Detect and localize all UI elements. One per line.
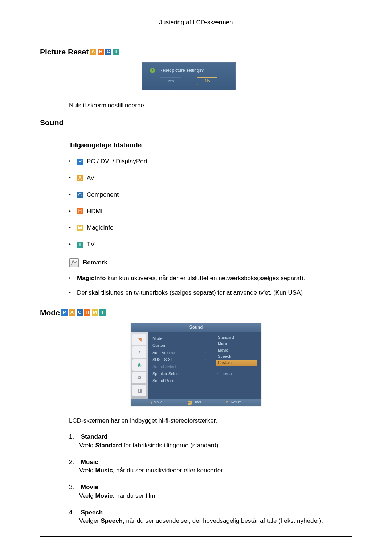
mode-label: AV	[87, 174, 94, 182]
badge-p-icon: P	[77, 159, 83, 165]
tab-input-icon[interactable]: ▥	[132, 385, 146, 396]
menu-body: ◥ ♪ ◉ ✿ ▥ Mode: Custom Auto Volume: SRS …	[131, 332, 261, 399]
badge-c-icon: C	[105, 49, 111, 55]
footer-return: ↻Return	[226, 400, 241, 405]
menu-main: Mode: Custom Auto Volume: SRS TS XT: Sou…	[148, 332, 261, 399]
menu-tabs: ◥ ♪ ◉ ✿ ▥	[131, 332, 148, 399]
footer-divider	[40, 536, 352, 537]
list-item: •M MagicInfo	[69, 223, 352, 232]
badge-m-icon: M	[77, 225, 83, 231]
section-picture-reset: Picture Reset A H C T	[40, 46, 352, 57]
option-desc: Vælg Standard for fabriksindstillingerne…	[79, 441, 352, 450]
menu-item-label: Sound Reset	[152, 378, 196, 383]
badge-a-icon: A	[90, 49, 96, 55]
tab-settings-icon[interactable]: ✿	[132, 372, 146, 383]
info-icon: i	[150, 68, 155, 73]
footer-return-label: Return	[230, 400, 241, 405]
option-title: Speech	[81, 509, 103, 516]
menu-footer: ♦Move ↵Enter ↻Return	[131, 399, 261, 406]
list-item: •C Component	[69, 190, 352, 199]
sound-menu-container: Sound ◥ ♪ ◉ ✿ ▥ Mode: Custom Auto Volume…	[131, 323, 352, 406]
reset-dialog-container: i Reset picture settings? Yes No	[142, 62, 352, 90]
note-icon	[69, 258, 79, 267]
list-item: Speech Vælger Speech, når du ser udsende…	[69, 508, 352, 526]
option-title: Music	[81, 459, 98, 465]
note-text: Der skal tilsluttes en tv-tunerboks (sæl…	[77, 288, 303, 297]
mode-options-list: Standard Vælg Standard for fabriksindsti…	[69, 432, 352, 525]
page-header: Justering af LCD-skærmen	[40, 18, 352, 30]
menu-item-label: Custom	[152, 343, 196, 348]
available-modes-title: Tilgængelige tilstande	[69, 140, 352, 150]
tab-sound-icon[interactable]: ♪	[132, 346, 146, 358]
footer-move: ♦Move	[151, 400, 163, 405]
dialog-question: i Reset picture settings?	[159, 67, 229, 74]
arrow-icon: ♦	[151, 400, 153, 405]
note-header: Bemærk	[69, 258, 352, 267]
sound-title: Sound	[40, 117, 64, 128]
enter-icon: ↵	[188, 401, 192, 405]
picture-reset-desc: Nulstil skærmindstillingerne.	[69, 101, 352, 110]
return-icon: ↻	[226, 400, 229, 405]
reset-dialog: i Reset picture settings? Yes No	[142, 62, 236, 90]
mode-title: Mode	[40, 307, 60, 318]
badge-m-icon: M	[92, 309, 98, 316]
mode-label: PC / DVI / DisplayPort	[87, 157, 147, 166]
menu-item-value: : Internal	[217, 371, 257, 377]
yes-button[interactable]: Yes	[160, 77, 181, 85]
note-text: MagicInfo kan kun aktiveres, når der er …	[77, 274, 305, 283]
section-sound: Sound	[40, 117, 352, 128]
no-button[interactable]: No	[197, 77, 217, 85]
footer-enter-label: Enter	[193, 400, 201, 405]
dialog-buttons: Yes No	[148, 77, 229, 85]
list-item: •T TV	[69, 240, 352, 249]
list-item: •A AV	[69, 174, 352, 182]
mode-label: HDMI	[87, 207, 102, 216]
list-item: Movie Vælg Movie, når du ser film.	[69, 483, 352, 500]
badge-h-icon: H	[77, 208, 83, 214]
badge-a-icon: A	[77, 175, 83, 181]
list-item: Music Vælg Music, når du ser musikvideoe…	[69, 458, 352, 475]
dropdown-option[interactable]: Music	[216, 341, 257, 347]
mode-dropdown: Standard Music Movie Speech Custom	[216, 335, 257, 366]
option-desc: Vælg Music, når du ser musikvideoer elle…	[79, 466, 352, 475]
tab-picture-icon[interactable]: ◥	[132, 334, 146, 345]
bullet-icon: •	[69, 288, 72, 297]
option-title: Standard	[81, 433, 108, 440]
badge-t-icon: T	[99, 309, 106, 316]
list-item: Standard Vælg Standard for fabriksindsti…	[69, 432, 352, 450]
menu-item-label: SRS TS XT	[152, 357, 196, 362]
bullet-icon: •	[69, 224, 73, 231]
list-item: •P PC / DVI / DisplayPort	[69, 157, 352, 166]
mode-label: MagicInfo	[87, 223, 114, 232]
mode-intro: LCD-skærmen har en indbygget hi-fi-stere…	[69, 416, 352, 425]
badge-h-icon: H	[98, 49, 104, 55]
picture-reset-title: Picture Reset	[40, 46, 89, 57]
badge-h-icon: H	[84, 309, 90, 316]
bullet-icon: •	[69, 208, 73, 215]
dropdown-option[interactable]: Speech	[216, 353, 257, 360]
mode-list: •P PC / DVI / DisplayPort •A AV •C Compo…	[69, 157, 352, 249]
menu-item-label: Mode	[152, 336, 196, 341]
dropdown-option[interactable]: Standard	[216, 335, 257, 341]
dialog-question-text: Reset picture settings?	[159, 68, 204, 73]
list-item: •H HDMI	[69, 207, 352, 216]
menu-item-label: Speaker Select	[152, 371, 196, 377]
menu-item-label: Sound Select	[152, 364, 196, 369]
menu-row[interactable]: Sound Reset	[148, 377, 261, 384]
option-desc: Vælg Movie, når du ser film.	[79, 492, 352, 500]
mode-label: TV	[87, 240, 95, 249]
tab-setup-icon[interactable]: ◉	[132, 359, 146, 371]
dropdown-option-selected[interactable]: Custom	[216, 360, 257, 366]
list-item: •MagicInfo kan kun aktiveres, når der er…	[69, 274, 352, 283]
dropdown-option[interactable]: Movie	[216, 347, 257, 353]
bullet-icon: •	[69, 158, 73, 165]
badge-c-icon: C	[77, 309, 83, 316]
mode-label: Component	[87, 190, 119, 199]
badge-t-icon: T	[113, 49, 119, 55]
option-desc: Vælger Speech, når du ser udsendelser, d…	[79, 517, 352, 525]
badge-p-icon: P	[61, 309, 68, 316]
option-title: Movie	[81, 484, 98, 491]
section-mode: Mode P A C H M T	[40, 307, 352, 318]
menu-row[interactable]: Speaker Select: Internal	[148, 370, 261, 377]
badge-t-icon: T	[77, 242, 83, 248]
